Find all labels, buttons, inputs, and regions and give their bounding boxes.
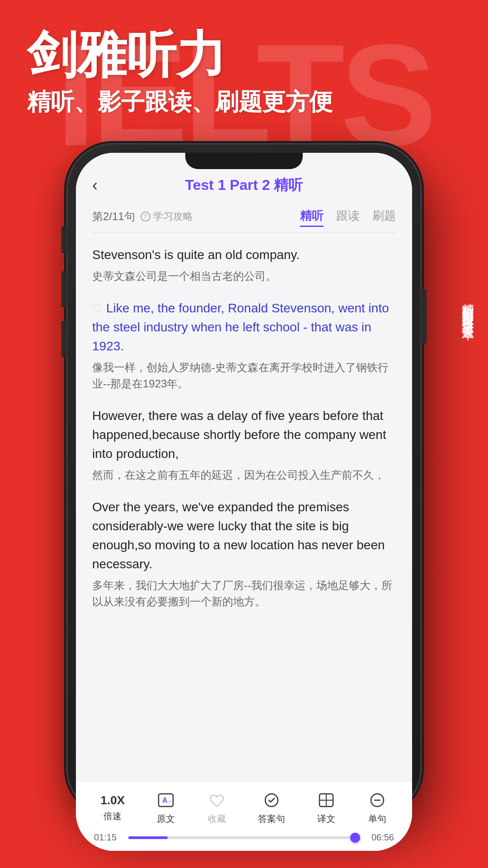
nav-title: Test 1 Part 2 精听	[185, 175, 303, 195]
back-button[interactable]: ‹	[92, 176, 98, 195]
header-area: 剑雅听力 精听、影子跟读、刷题更方便	[0, 0, 488, 118]
tab-shuati[interactable]: 刷题	[372, 206, 396, 227]
single-icon	[367, 790, 387, 810]
current-time: 01:15	[94, 832, 121, 843]
help-button[interactable]: ? 学习攻略	[141, 210, 193, 223]
progress-bar-fill	[128, 836, 168, 839]
sentence-block-2: ♡Like me, the founder, Ronald Stevenson,…	[92, 299, 396, 392]
collect-icon	[207, 790, 227, 810]
sentence-block-3: However, there was a delay of five years…	[92, 406, 396, 483]
right-text-3: 每日练习	[460, 308, 474, 316]
right-text-1: 精听刷题	[460, 294, 474, 301]
total-time: 06:56	[367, 832, 394, 843]
toolbar-icons: 1.0X 倍速 A → 原文	[85, 790, 403, 830]
svg-text:→: →	[167, 798, 172, 804]
sentence-1-english[interactable]: Stevenson's is quite an old company.	[92, 245, 396, 264]
collect-label: 收藏	[208, 813, 226, 825]
original-icon: A →	[156, 790, 176, 810]
phone-screen: ‹ Test 1 Part 2 精听 第2/11句 ? 学习攻略 精听 跟读	[76, 153, 412, 851]
speed-value: 1.0X	[101, 793, 125, 807]
svg-point-3	[265, 794, 278, 807]
phone-mockup: ‹ Test 1 Part 2 精听 第2/11句 ? 学习攻略 精听 跟读	[68, 145, 420, 859]
silent-button	[61, 226, 67, 253]
original-label: 原文	[157, 813, 175, 825]
progress-thumb[interactable]	[350, 833, 360, 843]
content-area: Stevenson's is quite an old company. 史蒂文…	[76, 233, 412, 781]
bottom-toolbar: 1.0X 倍速 A → 原文	[76, 781, 412, 851]
sentence-3-english[interactable]: However, there was a delay of five years…	[92, 406, 396, 463]
right-text-4: 答题本	[460, 316, 474, 321]
sentence-block-1: Stevenson's is quite an old company. 史蒂文…	[92, 245, 396, 284]
help-label: 学习攻略	[153, 210, 193, 223]
heart-icon[interactable]: ♡	[92, 302, 103, 315]
collect-button[interactable]: 收藏	[207, 790, 227, 825]
nav-title-text: Test 1 Part 2 精听	[185, 177, 303, 193]
help-circle-icon: ?	[141, 212, 150, 222]
right-side-decoration: 精听刷题 影子跟读 每日练习 答题本	[460, 294, 474, 321]
right-text-2: 影子跟读	[460, 301, 474, 308]
single-label: 单句	[368, 813, 386, 825]
sentence-block-4: Over the years, we've expanded the premi…	[92, 498, 396, 610]
answer-button[interactable]: 答案句	[258, 790, 285, 825]
answer-icon	[262, 790, 282, 810]
tab-row: 第2/11句 ? 学习攻略 精听 跟读 刷题	[76, 203, 412, 232]
sentence-3-chinese: 然而，在这之前有五年的延迟，因为在公司投入生产前不久，	[92, 467, 396, 483]
main-title: 剑雅听力	[27, 27, 461, 82]
original-button[interactable]: A → 原文	[156, 790, 176, 825]
volume-down-button	[61, 321, 67, 357]
tab-jingting[interactable]: 精听	[300, 206, 324, 227]
tab-right-items: 精听 跟读 刷题	[300, 206, 396, 227]
single-button[interactable]: 单句	[367, 790, 387, 825]
power-button	[421, 289, 427, 344]
sentence-4-chinese: 多年来，我们大大地扩大了厂房--我们很幸运，场地足够大，所以从来没有必要搬到一个…	[92, 577, 396, 610]
translate-label: 译文	[317, 813, 335, 825]
volume-up-button	[61, 271, 67, 307]
sentence-counter: 第2/11句	[92, 209, 135, 224]
translate-icon	[316, 790, 336, 810]
phone-notch	[185, 153, 303, 169]
tab-gendu[interactable]: 跟读	[336, 206, 360, 227]
app-content: ‹ Test 1 Part 2 精听 第2/11句 ? 学习攻略 精听 跟读	[76, 153, 412, 851]
translate-button[interactable]: 译文	[316, 790, 336, 825]
tab-left-info: 第2/11句 ? 学习攻略	[92, 209, 193, 224]
progress-bar-track[interactable]	[128, 836, 360, 839]
speed-label: 倍速	[103, 810, 122, 822]
speed-button[interactable]: 1.0X 倍速	[101, 793, 125, 822]
progress-area: 01:15 06:56	[85, 830, 403, 846]
sentence-4-english[interactable]: Over the years, we've expanded the premi…	[92, 498, 396, 574]
sentence-2-chinese: 像我一样，创始人罗纳德-史蒂文森在离开学校时进入了钢铁行业--那是在1923年。	[92, 359, 396, 392]
sub-title: 精听、影子跟读、刷题更方便	[27, 86, 461, 118]
sentence-1-chinese: 史蒂文森公司是一个相当古老的公司。	[92, 268, 396, 284]
answer-label: 答案句	[258, 813, 285, 825]
sentence-2-english[interactable]: ♡Like me, the founder, Ronald Stevenson,…	[92, 299, 396, 356]
